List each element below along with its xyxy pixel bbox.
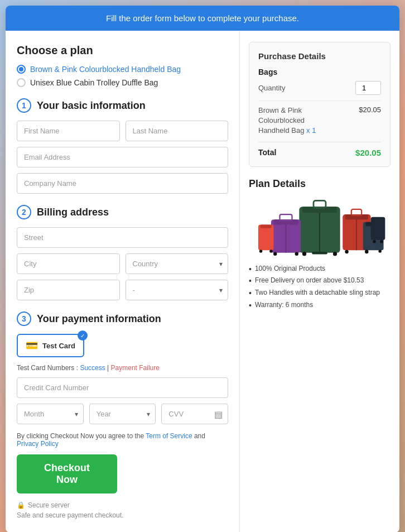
svg-point-26 — [269, 250, 273, 253]
plan-option-1[interactable]: Brown & Pink Colourblocked Handheld Bag — [17, 65, 228, 74]
radio-circle-1 — [17, 65, 26, 74]
section1-number: 1 — [17, 98, 31, 113]
plan-option-2[interactable]: Unisex Blue Cabin Trolley Duffle Bag — [17, 78, 228, 87]
quantity-label: Quantity — [258, 84, 285, 92]
section1-title: Your basic information — [37, 100, 146, 112]
email-row — [17, 147, 228, 167]
item-price: $20.05 — [359, 106, 381, 114]
cvv-icon: ▤ — [214, 409, 223, 419]
cvv-field: ▤ — [161, 404, 228, 424]
name-row — [17, 121, 228, 141]
plan-features: 100% Original Products Free Delivery on … — [249, 265, 390, 310]
country-select[interactable]: Country — [126, 253, 229, 274]
choose-plan-section: Choose a plan Brown & Pink Colourblocked… — [17, 44, 228, 87]
feature-3-text: Two Handles with a detachable sling stra… — [255, 289, 380, 296]
country-field: Country — [126, 253, 229, 274]
feature-1-text: 100% Original Products — [255, 265, 325, 272]
svg-rect-6 — [314, 200, 326, 208]
feature-4-text: Warranty: 6 months — [255, 301, 313, 309]
state-select[interactable]: - — [126, 280, 229, 300]
section1-header: 1 Your basic information — [17, 98, 228, 113]
quantity-row: Quantity — [258, 81, 381, 95]
zip-input[interactable] — [17, 280, 120, 300]
email-input[interactable] — [17, 147, 228, 167]
section2-title: Billing address — [37, 207, 109, 218]
feature-2: Free Delivery on order above $10.53 — [249, 276, 390, 286]
card-label: Test Card — [42, 342, 75, 350]
svg-point-15 — [365, 250, 369, 253]
failure-link[interactable]: Payment Failure — [111, 364, 160, 372]
card-check-badge: ✓ — [78, 330, 88, 341]
secure-description: Safe and secure payment checkout. — [17, 511, 228, 519]
luggage-image — [249, 196, 390, 258]
card-icon: 💳 — [26, 339, 38, 352]
email-field — [17, 147, 228, 167]
card-option[interactable]: 💳 Test Card ✓ — [17, 334, 84, 357]
item-row: Brown & Pink Colourblocked Handheld Bag … — [258, 100, 381, 136]
secure-label: Secure server — [28, 501, 70, 509]
year-select[interactable]: Year — [89, 404, 156, 424]
state-field: - — [126, 280, 229, 300]
company-input[interactable] — [17, 173, 228, 194]
city-input[interactable] — [17, 253, 120, 274]
left-panel: Choose a plan Brown & Pink Colourblocked… — [6, 31, 240, 532]
success-link[interactable]: Success — [80, 364, 105, 372]
section3-header: 3 Your payment information — [17, 311, 228, 326]
purchase-details-box: Purchase Details Bags Quantity Brown & P… — [249, 42, 390, 167]
year-field: Year — [89, 404, 156, 424]
month-field: Month — [17, 404, 84, 424]
feature-3: Two Handles with a detachable sling stra… — [249, 289, 390, 298]
svg-point-21 — [295, 252, 298, 255]
svg-point-5 — [333, 252, 337, 256]
svg-point-29 — [380, 239, 383, 243]
terms-before: By clicking Checkout Now you agree to th… — [17, 432, 146, 440]
item-name: Brown & Pink Colourblocked Handheld Bag … — [258, 106, 336, 136]
test-card-info: Test Card Numbers : Success | Payment Fa… — [17, 364, 228, 372]
first-name-input[interactable] — [17, 121, 120, 141]
radio-circle-2 — [17, 78, 26, 87]
tos-link[interactable]: Term of Service — [146, 432, 192, 440]
section3-number: 3 — [17, 311, 31, 326]
section2-header: 2 Billing address — [17, 205, 228, 219]
section2-number: 2 — [17, 205, 31, 219]
bags-title: Bags — [258, 68, 381, 76]
street-field — [17, 227, 228, 248]
svg-point-10 — [345, 250, 348, 253]
secure-server: 🔒 Secure server — [17, 501, 228, 509]
section3-title: Your payment information — [37, 313, 161, 325]
main-container: Fill the order form below to complete yo… — [6, 6, 399, 532]
feature-2-text: Free Delivery on order above $10.53 — [255, 276, 364, 284]
month-select[interactable]: Month — [17, 404, 84, 424]
total-row: Total $20.05 — [258, 142, 381, 157]
svg-point-28 — [373, 239, 376, 243]
cc-number-input[interactable] — [17, 377, 228, 398]
plan-details-section: Plan Details — [249, 178, 390, 310]
cc-number-field — [17, 377, 228, 398]
svg-point-4 — [302, 252, 306, 256]
company-row — [17, 173, 228, 194]
expiry-cvv-row: Month Year ▤ — [17, 404, 228, 424]
terms-middle: and — [194, 432, 205, 440]
first-name-field — [17, 121, 120, 141]
svg-rect-24 — [261, 224, 272, 228]
purchase-details-title: Purchase Details — [258, 51, 381, 61]
lock-icon: 🔒 — [17, 501, 25, 509]
choose-plan-title: Choose a plan — [17, 44, 228, 57]
feature-1: 100% Original Products — [249, 265, 390, 274]
street-input[interactable] — [17, 227, 228, 248]
test-card-text: Test Card Numbers : — [17, 364, 78, 372]
street-row — [17, 227, 228, 248]
zip-state-row: - — [17, 280, 228, 300]
privacy-link[interactable]: Privacy Policy — [17, 440, 59, 448]
cc-number-row — [17, 377, 228, 398]
checkout-button[interactable]: Checkout Now — [17, 454, 117, 493]
zip-field — [17, 280, 120, 300]
plan-option-2-label: Unisex Blue Cabin Trolley Duffle Bag — [30, 78, 158, 87]
city-field — [17, 253, 120, 274]
quantity-input[interactable] — [355, 81, 381, 95]
plan-option-1-label: Brown & Pink Colourblocked Handheld Bag — [30, 65, 181, 74]
last-name-field — [126, 121, 229, 141]
total-label: Total — [258, 148, 276, 157]
top-banner: Fill the order form below to complete yo… — [6, 6, 399, 31]
last-name-input[interactable] — [126, 121, 229, 141]
